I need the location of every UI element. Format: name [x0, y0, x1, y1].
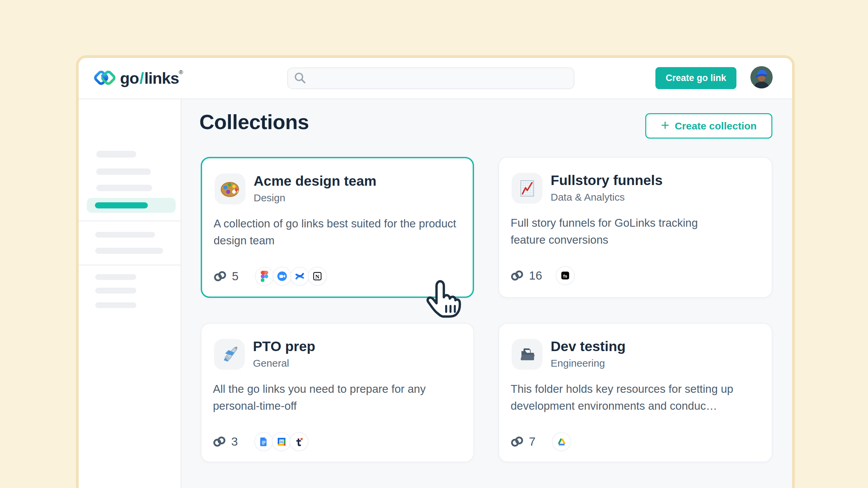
golinks-logo-icon — [94, 68, 116, 88]
app-icon-row: 31 — [254, 432, 309, 451]
card-footer: 5 — [214, 267, 327, 286]
app-icon-row: fs — [556, 266, 575, 285]
svg-text:31: 31 — [279, 440, 283, 444]
card-emoji-tile — [214, 339, 245, 370]
search-input[interactable] — [312, 73, 574, 84]
collection-card-acme-design-team[interactable]: Acme design team Design A collection of … — [201, 157, 474, 298]
sidebar-divider — [79, 265, 181, 265]
selected-item-bar — [95, 202, 148, 208]
chain-link-icon — [214, 271, 226, 282]
skeleton-nav-item — [95, 274, 136, 280]
main-content: Collections + Create collection Acme des — [181, 99, 792, 488]
airplane-icon — [220, 345, 239, 364]
card-category: Engineering — [551, 358, 605, 369]
sidebar-selected-item[interactable] — [87, 198, 176, 213]
skeleton-nav-item — [95, 302, 136, 308]
confluence-icon — [290, 267, 309, 286]
google-drive-icon — [552, 432, 571, 451]
fullstory-icon: fs — [556, 266, 575, 285]
card-emoji-tile — [215, 174, 245, 204]
card-description: This folder holds key resources for sett… — [511, 381, 738, 414]
card-category: Data & Analytics — [551, 191, 625, 203]
zoom-icon — [273, 267, 292, 286]
create-collection-label: Create collection — [675, 120, 757, 132]
palette-icon — [220, 180, 240, 198]
avatar-photo — [750, 66, 773, 88]
app-icon-row — [552, 432, 571, 451]
card-title: Dev testing — [551, 339, 626, 354]
card-emoji-tile — [512, 339, 542, 370]
notion-icon: N — [308, 267, 327, 286]
collection-card-dev-testing[interactable]: Dev testing Engineering This folder hold… — [498, 323, 772, 462]
skeleton-nav-item — [95, 248, 163, 254]
card-title: Fullstory funnels — [551, 172, 663, 188]
skeleton-nav-item — [95, 232, 155, 238]
skeleton-nav-item — [95, 288, 136, 293]
chain-link-icon — [511, 270, 524, 281]
user-avatar[interactable] — [750, 66, 773, 88]
svg-text:fs: fs — [563, 273, 567, 279]
card-title: PTO prep — [253, 339, 315, 354]
app-header: go/links® Create go link — [79, 58, 792, 99]
card-title: Acme design team — [254, 173, 376, 189]
search-bar — [287, 67, 574, 89]
app-window: go/links® Create go link — [76, 55, 795, 488]
google-calendar-icon: 31 — [272, 432, 291, 451]
t-app-icon — [290, 432, 309, 451]
svg-text:N: N — [315, 273, 320, 280]
link-count: 16 — [529, 269, 542, 282]
collection-card-fullstory-funnels[interactable]: Fullstory funnels Data & Analytics Full … — [498, 157, 772, 298]
create-go-link-button[interactable]: Create go link — [655, 67, 736, 89]
card-footer: 16 fs — [511, 266, 575, 285]
figma-icon — [255, 267, 274, 286]
card-footer: 7 — [511, 432, 571, 451]
folder-icon — [519, 347, 536, 362]
search-icon — [294, 72, 307, 85]
app-icon-row: N — [255, 267, 327, 286]
card-category: Design — [254, 192, 285, 204]
card-description: A collection of go links best suited for… — [214, 215, 471, 249]
link-count: 3 — [231, 435, 241, 448]
card-footer: 3 — [213, 432, 309, 451]
card-description: Full story funnels for GoLinks tracking … — [511, 215, 721, 248]
google-docs-icon — [254, 432, 273, 451]
sidebar-divider — [79, 221, 181, 221]
card-description: All the go links you need to prepare for… — [213, 381, 450, 414]
skeleton-nav-item — [96, 151, 136, 158]
logo-text: go/links® — [120, 69, 183, 87]
collection-card-pto-prep[interactable]: PTO prep General All the go links you ne… — [201, 323, 474, 462]
skeleton-nav-item — [96, 185, 152, 191]
link-count: 5 — [232, 269, 241, 283]
chain-link-icon — [213, 436, 226, 447]
create-collection-button[interactable]: + Create collection — [645, 113, 772, 139]
page-title: Collections — [199, 110, 309, 134]
card-emoji-tile — [512, 173, 542, 204]
chain-link-icon — [511, 436, 524, 447]
chart-increasing-icon — [519, 180, 535, 197]
card-category: General — [253, 358, 289, 369]
skeleton-nav-item — [96, 168, 151, 175]
golinks-logo[interactable]: go/links® — [94, 68, 183, 88]
link-count: 7 — [529, 435, 538, 448]
sidebar — [79, 99, 181, 488]
